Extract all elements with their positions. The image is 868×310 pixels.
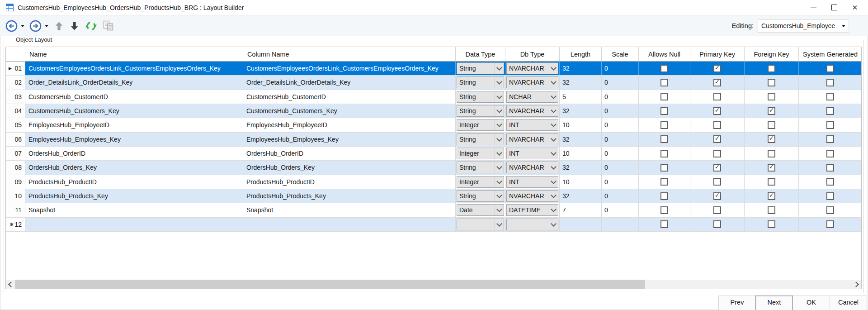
- primary-key-checkbox[interactable]: [713, 150, 721, 157]
- scroll-left-button[interactable]: [6, 280, 15, 289]
- row-header[interactable]: 05: [6, 118, 25, 132]
- row-header[interactable]: 06: [6, 133, 25, 146]
- system-generated-checkbox[interactable]: [826, 107, 834, 115]
- system-generated-checkbox[interactable]: [826, 164, 834, 172]
- allows-null-checkbox[interactable]: [660, 135, 668, 143]
- column-name-cell[interactable]: OrdersHub_OrderID: [243, 147, 456, 160]
- scale-cell[interactable]: 0: [602, 76, 639, 89]
- horizontal-scrollbar[interactable]: [6, 280, 861, 289]
- column-header-scale[interactable]: Scale: [602, 47, 639, 61]
- row-header[interactable]: 10: [6, 189, 25, 203]
- refresh-button[interactable]: [85, 20, 97, 32]
- primary-key-checkbox[interactable]: [713, 192, 721, 200]
- editing-combobox[interactable]: CustomersHub_Employee: [758, 19, 849, 33]
- data-type-combobox[interactable]: String: [457, 91, 504, 103]
- db-type-combobox[interactable]: INT: [506, 119, 558, 131]
- system-generated-checkbox[interactable]: [826, 93, 834, 100]
- row-header[interactable]: 02: [6, 76, 25, 89]
- data-type-combobox[interactable]: String: [457, 62, 504, 74]
- column-name-cell[interactable]: EmployeesHub_EmployeeID: [243, 118, 456, 132]
- length-cell[interactable]: 32: [560, 76, 602, 89]
- name-cell[interactable]: CustomersHub_CustomerID: [25, 90, 243, 104]
- primary-key-checkbox[interactable]: [713, 164, 721, 172]
- scale-cell[interactable]: 0: [602, 203, 639, 217]
- name-cell[interactable]: ProductsHub_Products_Key: [25, 189, 243, 203]
- allows-null-checkbox[interactable]: [660, 164, 668, 172]
- allows-null-checkbox[interactable]: [660, 178, 668, 186]
- primary-key-checkbox[interactable]: [713, 178, 721, 186]
- system-generated-checkbox[interactable]: [826, 192, 834, 200]
- allows-null-checkbox[interactable]: [660, 107, 668, 115]
- primary-key-checkbox[interactable]: [713, 135, 721, 143]
- db-type-combobox[interactable]: INT: [506, 176, 558, 188]
- column-header-allows-null[interactable]: Allows Null: [639, 47, 690, 61]
- row-header[interactable]: 04: [6, 104, 25, 118]
- system-generated-checkbox[interactable]: [826, 220, 834, 228]
- system-generated-checkbox[interactable]: [826, 121, 834, 129]
- foreign-key-checkbox[interactable]: [768, 79, 775, 86]
- name-cell[interactable]: EmployeesHub_EmployeeID: [25, 118, 243, 132]
- minimize-button[interactable]: [803, 0, 824, 15]
- name-cell[interactable]: Order_DetailsLink_OrderDetails_Key: [25, 76, 243, 89]
- scrollbar-thumb[interactable]: [15, 280, 645, 289]
- db-type-combobox[interactable]: NVARCHAR: [506, 190, 558, 202]
- db-type-combobox[interactable]: NVARCHAR: [506, 105, 558, 117]
- name-cell[interactable]: CustomersHub_Customers_Key: [25, 104, 243, 118]
- column-name-cell[interactable]: EmployeesHub_Employees_Key: [243, 133, 456, 146]
- foreign-key-checkbox[interactable]: [768, 220, 775, 228]
- row-header[interactable]: 03: [6, 90, 25, 104]
- column-name-cell[interactable]: Order_DetailsLink_OrderDetails_Key: [243, 76, 456, 89]
- column-name-cell[interactable]: CustomersEmployeesOrdersLink_CustomersEm…: [243, 62, 456, 75]
- length-cell[interactable]: 10: [560, 147, 602, 160]
- scale-cell[interactable]: 0: [602, 189, 639, 203]
- column-header-foreign-key[interactable]: Foreign Key: [745, 47, 799, 61]
- name-cell[interactable]: [25, 218, 243, 231]
- data-type-combobox[interactable]: Integer: [457, 176, 504, 188]
- length-cell[interactable]: 32: [560, 189, 602, 203]
- primary-key-checkbox[interactable]: [713, 107, 721, 115]
- cancel-button[interactable]: Cancel: [830, 296, 867, 310]
- name-cell[interactable]: EmployeesHub_Employees_Key: [25, 133, 243, 146]
- system-generated-checkbox[interactable]: [826, 150, 834, 157]
- data-type-combobox[interactable]: Date: [457, 204, 504, 216]
- data-type-combobox[interactable]: String: [457, 162, 504, 173]
- db-type-combobox[interactable]: NVARCHAR: [506, 62, 558, 74]
- prev-button[interactable]: Prev: [718, 296, 756, 310]
- scale-cell[interactable]: [602, 218, 639, 231]
- scale-cell[interactable]: 0: [602, 62, 639, 75]
- column-name-cell[interactable]: [243, 218, 456, 231]
- navigate-back-button[interactable]: [5, 20, 18, 32]
- allows-null-checkbox[interactable]: [660, 150, 668, 157]
- primary-key-checkbox[interactable]: [713, 121, 721, 129]
- column-name-cell[interactable]: CustomersHub_Customers_Key: [243, 104, 456, 118]
- allows-null-checkbox[interactable]: [660, 220, 668, 228]
- allows-null-checkbox[interactable]: [660, 206, 668, 214]
- row-header[interactable]: ✱12: [6, 218, 25, 231]
- length-cell[interactable]: 32: [560, 161, 602, 174]
- allows-null-checkbox[interactable]: [660, 121, 668, 129]
- allows-null-checkbox[interactable]: [660, 192, 668, 200]
- data-type-combobox[interactable]: String: [457, 105, 504, 117]
- system-generated-checkbox[interactable]: [826, 79, 834, 86]
- data-type-combobox[interactable]: String: [457, 76, 504, 88]
- db-type-combobox[interactable]: NVARCHAR: [506, 162, 558, 173]
- scale-cell[interactable]: 0: [602, 133, 639, 146]
- scale-cell[interactable]: 0: [602, 147, 639, 160]
- navigate-forward-dropdown[interactable]: [45, 25, 48, 27]
- column-name-cell[interactable]: Snapshot: [243, 203, 456, 217]
- foreign-key-checkbox[interactable]: [768, 164, 775, 172]
- close-button[interactable]: ✕: [844, 0, 865, 15]
- system-generated-checkbox[interactable]: [826, 65, 834, 72]
- ok-button[interactable]: OK: [793, 296, 830, 310]
- system-generated-checkbox[interactable]: [826, 135, 834, 143]
- name-cell[interactable]: Snapshot: [25, 203, 243, 217]
- db-type-combobox[interactable]: NVARCHAR: [506, 76, 558, 88]
- allows-null-checkbox[interactable]: [660, 93, 668, 100]
- column-name-cell[interactable]: ProductsHub_Products_Key: [243, 189, 456, 203]
- db-type-combobox[interactable]: NVARCHAR: [506, 134, 558, 145]
- db-type-combobox[interactable]: INT: [506, 148, 558, 159]
- foreign-key-checkbox[interactable]: [768, 121, 775, 129]
- column-header-db-type[interactable]: Db Type: [505, 47, 560, 61]
- foreign-key-checkbox[interactable]: [768, 178, 775, 186]
- foreign-key-checkbox[interactable]: [768, 107, 775, 115]
